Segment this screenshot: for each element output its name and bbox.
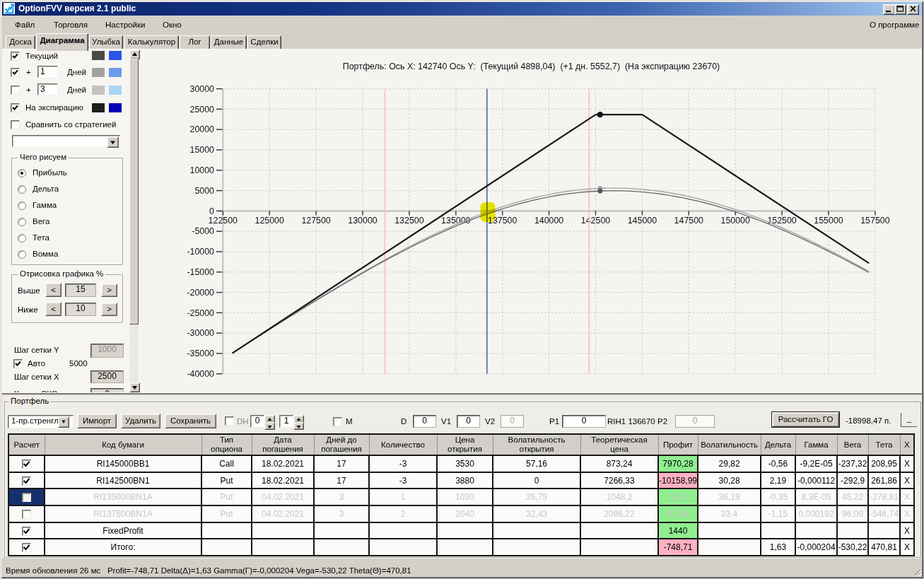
svg-text:157500: 157500: [860, 216, 889, 226]
svg-text:-15000: -15000: [187, 267, 214, 277]
svg-text:-20000: -20000: [187, 288, 214, 298]
svg-text:10000: 10000: [190, 165, 215, 175]
svg-text:145000: 145000: [628, 216, 657, 226]
svg-text:127500: 127500: [301, 216, 330, 226]
svg-text:-5000: -5000: [192, 226, 214, 236]
svg-text:-10000: -10000: [187, 247, 214, 257]
svg-text:Портфель: Ось X: 142740 Ось Y:: Портфель: Ось X: 142740 Ось Y: (Текущий …: [343, 62, 720, 71]
svg-text:-25000: -25000: [187, 308, 214, 318]
svg-text:140000: 140000: [534, 216, 563, 226]
svg-text:132500: 132500: [394, 216, 423, 226]
svg-text:5000: 5000: [194, 186, 214, 196]
svg-text:125000: 125000: [255, 216, 284, 226]
svg-text:-30000: -30000: [187, 328, 214, 338]
svg-text:25000: 25000: [190, 105, 215, 115]
svg-text:0: 0: [209, 206, 214, 216]
svg-text:20000: 20000: [190, 124, 215, 134]
svg-text:-40000: -40000: [187, 369, 214, 379]
svg-text:-35000: -35000: [187, 349, 214, 358]
svg-text:130000: 130000: [348, 216, 377, 226]
svg-text:147500: 147500: [674, 216, 703, 226]
svg-text:155000: 155000: [814, 216, 843, 226]
svg-text:15000: 15000: [190, 145, 215, 155]
svg-text:142500: 142500: [581, 216, 610, 226]
svg-text:122500: 122500: [209, 216, 238, 226]
svg-text:150000: 150000: [721, 216, 750, 226]
svg-text:30000: 30000: [190, 84, 215, 94]
